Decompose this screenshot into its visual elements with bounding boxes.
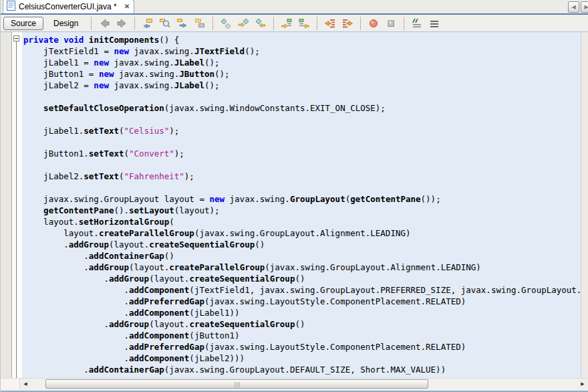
code-line: .addGroup(layout.createSequentialGroup(): [23, 239, 581, 250]
toolbar-separator: [91, 17, 92, 30]
toolbar-separator: [360, 17, 361, 30]
code-line: jLabel1 = new javax.swing.JLabel();: [23, 57, 581, 68]
next-bookmark-icon[interactable]: [236, 17, 251, 30]
scroll-right-icon[interactable]: ▶: [577, 379, 588, 389]
editor-pane: private void initComponents() { jTextFie…: [1, 32, 588, 378]
tab-title: CelsiusConverterGUI.java *: [19, 2, 117, 11]
glyph-gutter: [1, 32, 12, 378]
comment-lines-icon[interactable]: [410, 17, 424, 30]
code-line: jButton1.setText("Convert");: [23, 148, 581, 159]
code-line: jLabel2 = new javax.swing.JLabel();: [23, 80, 581, 91]
forward-arrow-icon[interactable]: [114, 17, 129, 30]
previous-bookmark-icon[interactable]: [218, 17, 233, 30]
toggle-bookmark-icon[interactable]: [253, 17, 268, 30]
back-arrow-icon[interactable]: [97, 17, 112, 30]
code-line: .addContainerGap(javax.swing.GroupLayout…: [23, 364, 581, 375]
code-line: jLabel2.setText("Fahrenheit");: [23, 171, 581, 182]
horizontal-scrollbar: ◀ ▶: [1, 378, 588, 389]
shift-line-right-icon[interactable]: [340, 17, 355, 30]
error-stripe: [581, 32, 588, 378]
toggle-highlight-search-icon[interactable]: [192, 17, 207, 30]
toolbar-separator: [317, 17, 317, 30]
code-line: .addGroup(layout.createSequentialGroup(): [23, 318, 581, 330]
tab-scroll-right-icon[interactable]: ▶: [581, 1, 588, 13]
code-line: .addComponent(jTextField1, javax.swing.G…: [23, 284, 581, 296]
find-next-icon[interactable]: [175, 17, 190, 30]
code-line: .addComponent(jButton1): [23, 330, 581, 341]
code-line: getContentPane().setLayout(layout);: [23, 205, 581, 216]
tab-close-icon[interactable]: ✕: [124, 3, 130, 10]
stop-macro-icon[interactable]: [384, 17, 398, 30]
code-line: layout.setHorizontalGroup(: [23, 216, 581, 227]
design-view-button[interactable]: Design: [46, 17, 86, 30]
jump-to-last-edit-icon[interactable]: [140, 17, 155, 30]
shift-line-left-icon[interactable]: [323, 17, 337, 30]
source-view-button[interactable]: Source: [3, 17, 43, 30]
toolbar-separator: [404, 17, 404, 30]
code-line: javax.swing.GroupLayout layout = new jav…: [23, 193, 581, 205]
record-macro-icon[interactable]: [366, 17, 381, 30]
tab-celsiusconvertergui[interactable]: CelsiusConverterGUI.java * ✕: [3, 0, 134, 13]
uncomment-lines-icon[interactable]: [427, 17, 442, 30]
toolbar-separator: [212, 17, 213, 30]
code-line: setDefaultCloseOperation(javax.swing.Win…: [23, 102, 581, 114]
previous-usage-icon[interactable]: [297, 17, 311, 30]
scroll-left-icon[interactable]: ◀: [20, 379, 31, 389]
code-line: [23, 136, 581, 148]
code-line: .addContainerGap(): [23, 250, 581, 262]
tab-scroller: ◀ ▶: [568, 1, 588, 13]
tab-bar: CelsiusConverterGUI.java * ✕ ◀ ▶: [1, 0, 588, 15]
code-line: layout.createParallelGroup(javax.swing.G…: [23, 227, 581, 239]
editor-window: CelsiusConverterGUI.java * ✕ ◀ ▶ Source …: [0, 0, 588, 392]
code-line: [23, 159, 581, 171]
tab-scroll-left-icon[interactable]: ◀: [568, 1, 579, 13]
fold-guide-line: [16, 41, 17, 378]
code-line: private void initComponents() {: [23, 34, 581, 45]
java-file-icon: [7, 1, 15, 13]
code-line: .addGroup(layout.createParallelGroup(jav…: [23, 262, 581, 273]
window-bottom-edge: [1, 389, 588, 392]
code-line: [23, 114, 581, 125]
toolbar-separator: [134, 17, 135, 30]
code-line: jLabel1.setText("Celsius");: [23, 125, 581, 136]
editor-toolbar: Source Design: [1, 15, 588, 32]
code-line: [23, 182, 581, 193]
code-line: .addComponent(jLabel2))): [23, 353, 581, 364]
find-selection-icon[interactable]: [158, 17, 172, 30]
scrollbar-thumb[interactable]: [45, 379, 428, 389]
code-fold-margin: [12, 32, 22, 378]
code-line: .addComponent(jLabel1)): [23, 307, 581, 318]
code-line: .addPreferredGap(javax.swing.LayoutStyle…: [23, 296, 581, 307]
code-line: .addGroup(layout.createSequentialGroup(): [23, 273, 581, 284]
scrollbar-corner: [1, 379, 20, 389]
fold-collapse-icon[interactable]: [13, 35, 19, 41]
code-line: .addPreferredGap(javax.swing.LayoutStyle…: [23, 341, 581, 353]
next-usage-icon[interactable]: [279, 17, 294, 30]
code-line: [23, 91, 581, 102]
toolbar-separator: [273, 17, 274, 30]
scrollbar-track[interactable]: [31, 379, 577, 389]
scrollbar-grip-icon: [235, 382, 239, 387]
code-area[interactable]: private void initComponents() { jTextFie…: [22, 32, 581, 378]
code-line: jButton1 = new javax.swing.JButton();: [23, 68, 581, 80]
code-line: jTextField1 = new javax.swing.JTextField…: [23, 45, 581, 57]
